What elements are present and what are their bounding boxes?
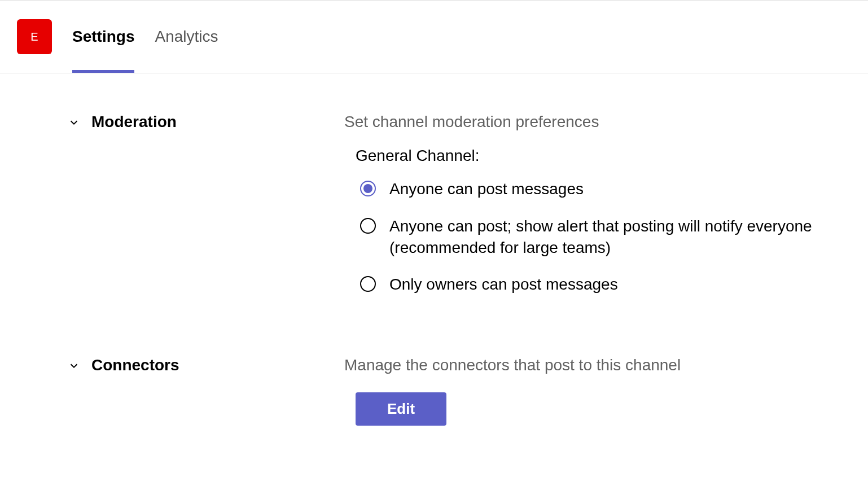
section-header-moderation[interactable]: Moderation	[68, 113, 344, 311]
tabs: Settings Analytics	[72, 11, 218, 63]
section-title-moderation: Moderation	[91, 113, 177, 131]
content: Moderation Set channel moderation prefer…	[0, 73, 868, 490]
radio-option-anyone-alert[interactable]: Anyone can post; show alert that posting…	[360, 216, 868, 259]
section-header-connectors[interactable]: Connectors	[68, 356, 344, 426]
radio-option-owners-only[interactable]: Only owners can post messages	[360, 274, 868, 295]
section-connectors: Connectors Manage the connectors that po…	[68, 356, 868, 426]
header: E Settings Analytics	[0, 0, 868, 73]
radio-label: Anyone can post; show alert that posting…	[389, 216, 868, 259]
section-moderation: Moderation Set channel moderation prefer…	[68, 113, 868, 311]
radio-icon	[360, 218, 376, 234]
channel-label: General Channel:	[356, 147, 868, 165]
section-title-connectors: Connectors	[91, 356, 179, 374]
radio-option-anyone[interactable]: Anyone can post messages	[360, 178, 868, 200]
moderation-radio-group: Anyone can post messages Anyone can post…	[360, 178, 868, 295]
moderation-description: Set channel moderation preferences	[344, 113, 868, 131]
tab-settings[interactable]: Settings	[72, 11, 134, 63]
tab-analytics[interactable]: Analytics	[155, 11, 218, 63]
team-avatar[interactable]: E	[17, 19, 52, 54]
chevron-down-icon	[68, 116, 80, 129]
radio-icon	[360, 181, 376, 196]
section-body-connectors: Manage the connectors that post to this …	[344, 356, 868, 426]
edit-connectors-button[interactable]: Edit	[356, 392, 446, 426]
section-body-moderation: Set channel moderation preferences Gener…	[344, 113, 868, 311]
radio-label: Anyone can post messages	[389, 178, 584, 200]
chevron-down-icon	[68, 360, 80, 372]
radio-label: Only owners can post messages	[389, 274, 618, 295]
connectors-description: Manage the connectors that post to this …	[344, 356, 868, 374]
radio-icon	[360, 276, 376, 292]
